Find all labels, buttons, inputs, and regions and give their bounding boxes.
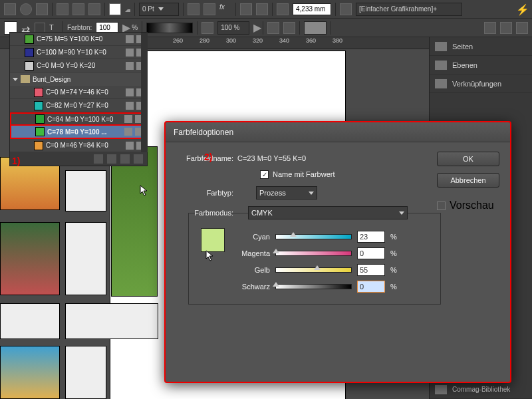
swatch-row[interactable]: C=78 M=0 Y=100 ... [10,126,147,139]
panel-tab-seiten[interactable]: Seiten [430,37,532,56]
farbmodus-select[interactable]: CMYK [248,206,408,219]
tool-icon[interactable] [4,3,16,15]
magenta-slider-row: Magenta 0 % [235,245,428,261]
image-thumb[interactable] [0,346,60,399]
top-toolbar-1: 0 Pt fx [Einfacher Grafikrahmen]+ ⚡ [0,0,532,19]
image-thumb[interactable] [65,222,106,295]
swatch-chip [35,114,45,124]
schwarz-slider[interactable] [275,284,352,289]
text-icon[interactable]: T [49,23,59,33]
tool-icon[interactable] [277,3,289,15]
ok-button[interactable]: OK [437,152,499,166]
swatch-type-icon [126,88,134,96]
farbton-label: Farbton: [67,24,92,31]
swatch-row[interactable]: C=0 M=74 Y=46 K=0 [10,86,147,99]
schwarz-value-input[interactable]: 0 [357,281,385,293]
swatch-type-icon [126,35,134,43]
flash-icon[interactable]: ⚡ [516,3,528,15]
swatch-row[interactable]: C=100 M=90 Y=10 K=0 [10,46,147,59]
pages-icon [435,42,447,51]
tool-icon[interactable] [484,22,496,34]
swatch-chip [35,127,45,136]
image-thumb[interactable] [65,303,158,339]
tool-icon[interactable] [57,3,68,15]
abbrechen-button[interactable]: Abbrechen [437,173,499,188]
gelb-value-input[interactable]: 55 [357,264,385,276]
swap-icon[interactable]: ⇄ [21,23,31,33]
tool-icon[interactable] [20,3,32,15]
magenta-slider[interactable] [275,251,352,256]
dialog-title: Farbfeldoptionen [166,122,510,142]
vorschau-checkbox[interactable] [437,201,446,210]
fx-icon[interactable] [188,3,200,15]
tool-icon[interactable] [340,3,352,15]
tool-icon[interactable] [36,3,48,15]
swatch-row[interactable]: C=75 M=5 Y=100 K=0 [10,33,147,46]
panel-tab-bibliothek[interactable]: Commag-Bibliothek [430,380,532,399]
image-thumb[interactable] [65,346,106,399]
tool-icon[interactable] [240,3,252,15]
swatch-chip [34,101,43,110]
frame-type-dropdown[interactable]: [Einfacher Grafikrahmen]+ [356,3,462,16]
swatch-row[interactable]: C=84 M=0 Y=100 K=0 [10,112,147,126]
gelb-slider[interactable] [275,267,352,273]
tool-icon[interactable] [283,22,295,34]
magenta-value-input[interactable]: 0 [357,247,385,259]
tool-icon[interactable] [267,22,279,34]
farbfeldname-value: C=23 M=0 Y=55 K=0 [237,154,306,162]
cyan-slider-row: Cyan 23 % [235,228,428,245]
gradient-dropdown[interactable] [146,23,193,33]
swatch-row[interactable]: C=0 M=0 Y=0 K=20 [10,59,147,72]
measure-input[interactable] [293,3,331,15]
library-icon [435,385,447,394]
cyan-slider[interactable] [275,234,352,239]
schwarz-slider-row: Schwarz 0 % [235,278,428,295]
swatch-type-icon [124,128,132,136]
cyan-value-input[interactable]: 23 [357,231,385,243]
folder-icon [21,75,30,83]
swatch-type-icon [126,142,134,150]
folder-collapse-icon[interactable] [13,78,18,81]
swatch-row[interactable]: C=82 M=0 Y=27 K=0 [10,99,147,112]
annotation-2: 2) [204,152,212,162]
swatch-type-icon [126,49,134,57]
schwarz-label: Schwarz [235,283,270,291]
swatch-chip [25,61,34,70]
swatch-chip [25,48,34,57]
tool-icon[interactable] [500,22,512,34]
delete-swatch-btn[interactable] [134,154,143,164]
panel-btn[interactable] [94,154,103,164]
panel-scrollbar[interactable] [141,33,148,152]
name-mit-farbwert-checkbox[interactable]: ✓ [260,170,269,179]
tool-icon[interactable] [516,22,528,34]
image-thumb[interactable] [65,170,106,211]
gelb-label: Gelb [235,266,270,274]
tool-icon[interactable]: fx [219,3,231,15]
dropdown[interactable] [304,21,327,35]
tool-icon[interactable] [88,3,100,15]
panel-tab-ebenen[interactable]: Ebenen [430,56,532,74]
farbtyp-select[interactable]: Prozess [256,186,317,200]
links-icon [435,79,447,88]
swatch-type-icon [126,102,134,110]
annotation-1: 1) [12,156,20,166]
tool-icon[interactable] [201,22,213,34]
swatch-folder[interactable]: Bunt_Design [10,72,147,86]
tool-icon[interactable] [203,3,215,15]
swatches-panel: C=75 M=5 Y=100 K=0C=100 M=90 Y=10 K=0C=0… [9,32,148,166]
tool-icon[interactable] [256,3,268,15]
swatch-row[interactable]: C=0 M=46 Y=84 K=0 [10,139,147,152]
gelb-slider-row: Gelb 55 % [235,261,428,278]
image-thumb[interactable] [0,222,60,295]
panel-tab-verknuepfungen[interactable]: Verknüpfungen [430,74,532,93]
farbmodus-label: Farbmodus: [180,209,233,217]
new-folder-btn[interactable] [107,154,116,164]
layers-icon [435,61,447,70]
stroke-weight-dropdown[interactable]: 0 Pt [139,3,179,16]
tool-icon[interactable] [72,3,84,15]
opacity-dropdown[interactable]: 100 % [217,21,249,35]
image-thumb[interactable] [111,146,158,297]
image-thumb[interactable] [0,303,60,339]
new-swatch-btn[interactable] [120,154,130,164]
tool-icon[interactable] [109,3,121,15]
